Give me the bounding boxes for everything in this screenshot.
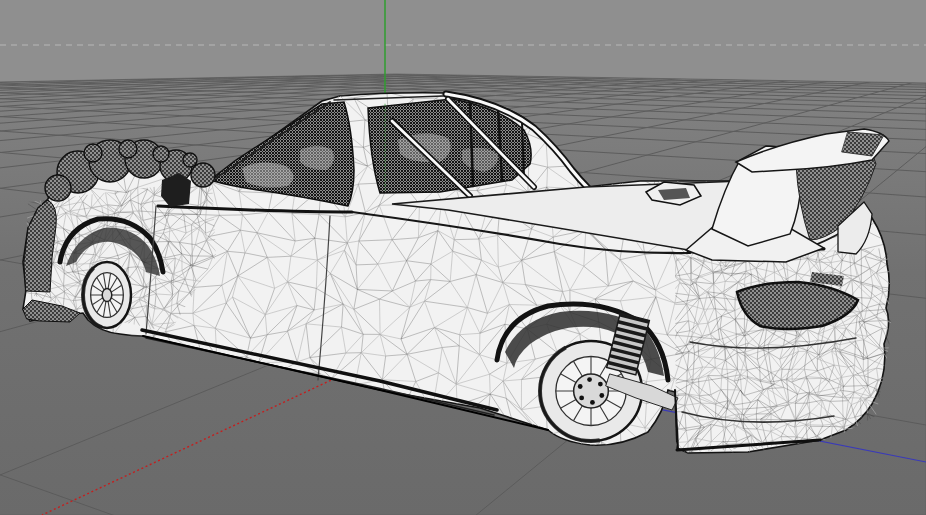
front-wheel — [83, 262, 131, 328]
interior-reflection-1 — [242, 162, 294, 187]
viewport-canvas[interactable] — [0, 0, 926, 515]
